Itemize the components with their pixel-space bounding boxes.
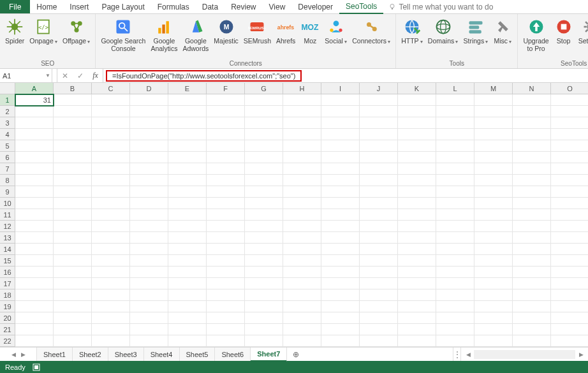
- cell-O6[interactable]: [551, 152, 588, 163]
- column-header-D[interactable]: D: [130, 83, 168, 94]
- row-header-1[interactable]: 1: [0, 94, 15, 106]
- ribbon-settings-button[interactable]: Settings: [576, 15, 588, 46]
- horizontal-scrollbar[interactable]: ◀ ▶: [460, 347, 588, 361]
- cell-N7[interactable]: [513, 163, 551, 175]
- row-header-7[interactable]: 7: [0, 163, 15, 175]
- cell-J5[interactable]: [360, 140, 398, 152]
- cell-A4[interactable]: [15, 129, 54, 140]
- cell-G9[interactable]: [245, 186, 283, 198]
- cell-M10[interactable]: [474, 198, 513, 209]
- sheet-tab-sheet7[interactable]: Sheet7: [251, 347, 287, 362]
- cell-C9[interactable]: [92, 186, 130, 198]
- cell-I11[interactable]: [321, 209, 360, 221]
- cell-H15[interactable]: [283, 255, 321, 267]
- cell-N13[interactable]: [513, 232, 551, 244]
- cell-N12[interactable]: [513, 221, 551, 232]
- cell-M12[interactable]: [474, 221, 513, 232]
- cell-K20[interactable]: [398, 312, 436, 324]
- cell-E12[interactable]: [168, 221, 207, 232]
- column-header-K[interactable]: K: [398, 83, 436, 94]
- cell-M22[interactable]: [474, 335, 513, 347]
- cell-E16[interactable]: [168, 267, 207, 278]
- cell-G1[interactable]: [245, 94, 283, 106]
- cell-C11[interactable]: [92, 209, 130, 221]
- row-header-6[interactable]: 6: [0, 152, 15, 163]
- cell-K2[interactable]: [398, 106, 436, 117]
- cell-E11[interactable]: [168, 209, 207, 221]
- cell-J17[interactable]: [360, 278, 398, 289]
- cell-D10[interactable]: [130, 198, 168, 209]
- cell-B20[interactable]: [54, 312, 92, 324]
- cell-H22[interactable]: [283, 335, 321, 347]
- cell-K3[interactable]: [398, 117, 436, 129]
- cell-E20[interactable]: [168, 312, 207, 324]
- cell-F4[interactable]: [207, 129, 245, 140]
- cell-B4[interactable]: [54, 129, 92, 140]
- cell-M11[interactable]: [474, 209, 513, 221]
- ribbon-upgrade-button[interactable]: Upgradeto Pro: [520, 15, 551, 54]
- cell-B18[interactable]: [54, 289, 92, 301]
- cell-I19[interactable]: [321, 301, 360, 312]
- ribbon-stop-button[interactable]: Stop: [552, 15, 576, 46]
- cell-O8[interactable]: [551, 175, 588, 186]
- cell-I12[interactable]: [321, 221, 360, 232]
- cell-O21[interactable]: [551, 324, 588, 335]
- cell-I15[interactable]: [321, 255, 360, 267]
- cell-A8[interactable]: [15, 175, 54, 186]
- ribbon-semrush-button[interactable]: SEMRUSHSEMrush: [241, 15, 274, 46]
- cell-M13[interactable]: [474, 232, 513, 244]
- cell-A3[interactable]: [15, 117, 54, 129]
- enter-formula-button[interactable]: ✓: [73, 69, 88, 82]
- column-header-F[interactable]: F: [207, 83, 245, 94]
- cell-C13[interactable]: [92, 232, 130, 244]
- cell-K18[interactable]: [398, 289, 436, 301]
- cell-J19[interactable]: [360, 301, 398, 312]
- cell-J8[interactable]: [360, 175, 398, 186]
- cell-N19[interactable]: [513, 301, 551, 312]
- cell-F2[interactable]: [207, 106, 245, 117]
- cell-L1[interactable]: [436, 94, 474, 106]
- cell-C5[interactable]: [92, 140, 130, 152]
- row-header-11[interactable]: 11: [0, 209, 15, 221]
- cell-B17[interactable]: [54, 278, 92, 289]
- row-header-15[interactable]: 15: [0, 255, 15, 267]
- cell-O15[interactable]: [551, 255, 588, 267]
- cell-G11[interactable]: [245, 209, 283, 221]
- cell-E6[interactable]: [168, 152, 207, 163]
- cell-A20[interactable]: [15, 312, 54, 324]
- cell-K14[interactable]: [398, 244, 436, 255]
- cell-O2[interactable]: [551, 106, 588, 117]
- cell-L10[interactable]: [436, 198, 474, 209]
- cell-H10[interactable]: [283, 198, 321, 209]
- cell-O9[interactable]: [551, 186, 588, 198]
- tab-file[interactable]: File: [0, 0, 30, 13]
- row-header-5[interactable]: 5: [0, 140, 15, 152]
- cell-H21[interactable]: [283, 324, 321, 335]
- cell-E19[interactable]: [168, 301, 207, 312]
- cell-K17[interactable]: [398, 278, 436, 289]
- cell-C19[interactable]: [92, 301, 130, 312]
- cell-C10[interactable]: [92, 198, 130, 209]
- cell-K9[interactable]: [398, 186, 436, 198]
- cell-B8[interactable]: [54, 175, 92, 186]
- cell-O3[interactable]: [551, 117, 588, 129]
- cell-C18[interactable]: [92, 289, 130, 301]
- cell-E14[interactable]: [168, 244, 207, 255]
- cell-L6[interactable]: [436, 152, 474, 163]
- cell-J11[interactable]: [360, 209, 398, 221]
- cell-B1[interactable]: [54, 94, 92, 106]
- cell-G16[interactable]: [245, 267, 283, 278]
- cell-O5[interactable]: [551, 140, 588, 152]
- cell-I18[interactable]: [321, 289, 360, 301]
- cell-F10[interactable]: [207, 198, 245, 209]
- cell-N20[interactable]: [513, 312, 551, 324]
- cell-E18[interactable]: [168, 289, 207, 301]
- cell-O11[interactable]: [551, 209, 588, 221]
- cell-O19[interactable]: [551, 301, 588, 312]
- cell-L17[interactable]: [436, 278, 474, 289]
- cell-G3[interactable]: [245, 117, 283, 129]
- cell-M20[interactable]: [474, 312, 513, 324]
- cell-D22[interactable]: [130, 335, 168, 347]
- cell-M5[interactable]: [474, 140, 513, 152]
- select-all-corner[interactable]: [0, 83, 15, 94]
